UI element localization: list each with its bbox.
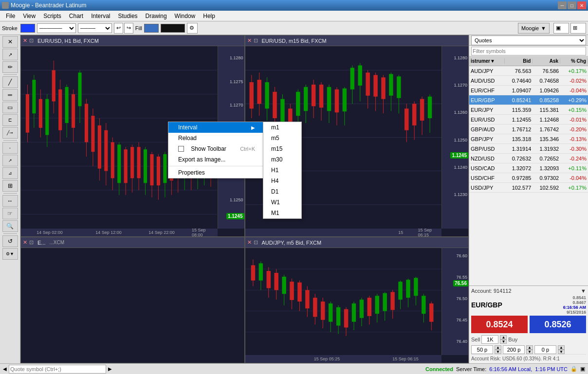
tp-input[interactable] — [503, 345, 525, 354]
single-view-button[interactable]: ▣ — [553, 23, 569, 34]
chart-close-audjpy-m5[interactable]: ✕ — [247, 239, 252, 246]
ctx-export-image[interactable]: Export as Image... — [168, 154, 265, 165]
statusbar-arrow-right[interactable]: ▶ — [108, 366, 112, 372]
submenu-h1[interactable]: H1 — [263, 165, 301, 176]
chart-close-bottom-left[interactable]: ✕ — [23, 239, 27, 246]
menu-studies[interactable]: Studies — [114, 12, 142, 20]
minimize-button[interactable]: ─ — [558, 1, 567, 9]
ctx-properties[interactable]: Properties — [168, 167, 265, 178]
quote-row-eur-jpy[interactable]: EUR/JPY 115.359 115.381 +0.15% — [469, 105, 588, 115]
chart-expand-audjpy-m5[interactable]: ⊡ — [254, 239, 258, 246]
tool-dot[interactable]: · — [2, 142, 18, 154]
ts-input[interactable] — [534, 345, 556, 354]
quad-view-button[interactable]: ⊞ — [570, 23, 586, 34]
lot-size-input[interactable] — [481, 335, 498, 344]
quote-row-aud-jpy[interactable]: AUD/JPY 76.563 76.586 +0.17% — [469, 66, 588, 76]
tool-arrow2[interactable]: ↗ — [2, 155, 18, 166]
tp-up-button[interactable]: ▲ — [526, 345, 533, 350]
maximize-button[interactable]: □ — [568, 1, 576, 9]
submenu-d1[interactable]: D1 — [263, 186, 301, 197]
fill-color-secondary[interactable] — [161, 24, 185, 33]
lot-down-button[interactable]: ▼ — [500, 339, 507, 344]
chart-close-eurusd-h1[interactable]: ✕ — [23, 37, 27, 44]
tool-line[interactable]: ╱ — [2, 76, 18, 88]
chart-close-eurusd-m15[interactable]: ✕ — [247, 37, 252, 44]
quote-row-eur-gbp[interactable]: EUR/GBP 0.85241 0.85258 +0.29% — [469, 95, 588, 105]
close-button[interactable]: ✕ — [577, 1, 586, 9]
submenu-m15[interactable]: m15 — [263, 143, 301, 154]
sl-input[interactable] — [471, 345, 493, 354]
stroke-style-select[interactable]: ────── - - - - — [37, 23, 76, 33]
tp-down-button[interactable]: ▼ — [526, 350, 533, 354]
svg-rect-97 — [342, 89, 346, 111]
quote-row-gbp-jpy[interactable]: GBP/JPY 135.318 135.346 -0.13% — [469, 134, 588, 144]
tool-rect[interactable]: ▭ — [2, 102, 18, 113]
quote-row-eur-usd[interactable]: EUR/USD 1.12455 1.12468 -0.01% — [469, 115, 588, 125]
menu-help[interactable]: Help — [199, 12, 219, 20]
quote-symbol-input[interactable] — [9, 365, 106, 374]
stroke-width-select[interactable]: ──── — [78, 23, 112, 33]
menu-window[interactable]: Window — [171, 12, 200, 20]
sell-button[interactable]: 0.8524 — [471, 316, 528, 333]
menu-view[interactable]: View — [19, 12, 39, 20]
submenu-h4[interactable]: H4 — [263, 176, 301, 186]
submenu-mn1[interactable]: M1 — [263, 208, 301, 218]
menu-scripts[interactable]: Scripts — [39, 12, 65, 20]
submenu-m1[interactable]: m1 — [263, 122, 301, 133]
undo-button[interactable]: ↩ — [114, 23, 123, 34]
chart-canvas-bottom-left[interactable] — [21, 248, 244, 363]
menu-file[interactable]: File — [2, 12, 19, 20]
stroke-color-picker[interactable] — [20, 24, 35, 33]
quote-row-usd-jpy[interactable]: USD/JPY 102.577 102.592 +0.17% — [469, 183, 588, 193]
tool-cursor[interactable]: ✕ — [2, 36, 18, 48]
submenu-m5[interactable]: m5 — [263, 133, 301, 143]
quote-row-usd-chf[interactable]: USD/CHF 0.97285 0.97302 -0.04% — [469, 173, 588, 183]
tool-triangle[interactable]: ⊿ — [2, 167, 18, 179]
quote-row-gbp-aud[interactable]: GBP/AUD 1.76712 1.76742 -0.20% — [469, 125, 588, 134]
filter-symbols-input[interactable] — [471, 47, 586, 55]
ts-down-button[interactable]: ▼ — [558, 350, 565, 354]
chart-svg-audjpy-m5 — [245, 248, 442, 355]
tool-hline[interactable]: ═ — [2, 89, 18, 101]
redo-button[interactable]: ↪ — [124, 23, 133, 34]
tool-pen[interactable]: ✏ — [2, 61, 18, 73]
tool-channel[interactable]: ⊏ — [2, 114, 18, 126]
quote-row-gbp-usd[interactable]: GBP/USD 1.31914 1.31932 -0.30% — [469, 144, 588, 154]
current-price-m15: 1.1245 — [450, 152, 468, 159]
menu-interval[interactable]: Interval — [87, 12, 114, 20]
ctx-interval[interactable]: Interval ▶ — [168, 122, 265, 133]
tool-settings[interactable]: ⚙▼ — [2, 248, 18, 260]
ctx-show-toolbar[interactable]: Show Toolbar Ctrl+K — [168, 143, 265, 154]
chart-expand-eurusd-h1[interactable]: ⊡ — [29, 37, 34, 44]
ts-up-button[interactable]: ▲ — [558, 345, 565, 350]
moogie-dropdown[interactable]: Moogie ▼ — [518, 23, 550, 34]
submenu-w1[interactable]: W1 — [263, 197, 301, 208]
ctx-reload[interactable]: Reload — [168, 133, 265, 143]
lot-up-button[interactable]: ▲ — [500, 335, 507, 339]
tool-arrow[interactable]: ↗ — [2, 49, 18, 60]
statusbar-arrow-left[interactable]: ◀ — [3, 366, 7, 372]
quotes-type-dropdown[interactable]: Quotes — [471, 36, 586, 45]
sl-up-button[interactable]: ▲ — [495, 345, 501, 350]
buy-button[interactable]: 0.8526 — [530, 316, 586, 333]
menu-chart[interactable]: Chart — [65, 12, 87, 20]
quote-row-usd-cad[interactable]: USD/CAD 1.32072 1.32093 +0.11% — [469, 163, 588, 173]
submenu-m30[interactable]: m30 — [263, 154, 301, 165]
tool-move[interactable]: ↔ — [2, 195, 18, 207]
account-dropdown-arrow[interactable]: ▼ — [581, 288, 586, 294]
quote-row-aud-usd[interactable]: AUD/USD 0.74640 0.74658 -0.02% — [469, 76, 588, 86]
quote-row-eur-chf[interactable]: EUR/CHF 1.09407 1.09426 -0.04% — [469, 86, 588, 95]
properties-button[interactable]: ⚙ — [187, 23, 198, 34]
chart-expand-eurusd-m15[interactable]: ⊡ — [254, 37, 258, 44]
sl-down-button[interactable]: ▼ — [495, 350, 501, 354]
tool-fib[interactable]: ╱⊸ — [2, 127, 18, 139]
tool-rotate[interactable]: ↺ — [2, 235, 18, 247]
fill-color-picker[interactable] — [144, 24, 159, 33]
quote-row-nzd-usd[interactable]: NZD/USD 0.72632 0.72652 -0.24% — [469, 154, 588, 163]
tool-zoom[interactable]: 🔍 — [2, 220, 18, 232]
tool-grid[interactable]: ⊞ — [2, 180, 18, 192]
chart-canvas-audjpy-m5[interactable]: 76.60 76.55 76.50 76.45 76.40 76.56 15 S… — [245, 248, 469, 363]
menu-drawing[interactable]: Drawing — [142, 12, 171, 20]
chart-expand-bottom-left[interactable]: ⊡ — [29, 239, 34, 246]
tool-hand[interactable]: ☞ — [2, 208, 18, 219]
